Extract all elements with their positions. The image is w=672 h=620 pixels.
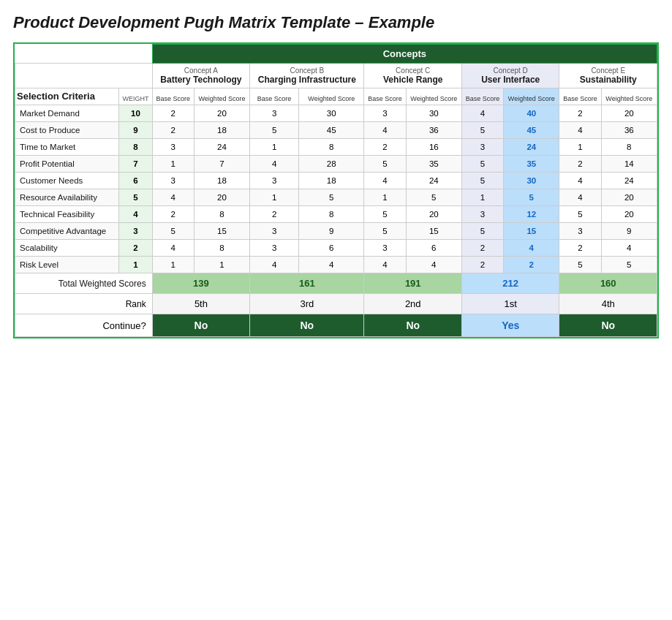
concept-0-base-6: 2 xyxy=(152,206,194,223)
concept-4-base-8: 2 xyxy=(559,240,601,257)
concept-2-base-1: 4 xyxy=(364,122,406,139)
e-base-label: Base Score xyxy=(559,88,601,105)
concept-1-base-8: 3 xyxy=(250,240,299,257)
concept-0-weighted-4: 18 xyxy=(194,173,249,189)
weight-7: 3 xyxy=(119,223,152,240)
concept-2-weighted-5: 5 xyxy=(406,189,461,206)
weight-5: 5 xyxy=(119,189,152,206)
concept-e-header: Concept E Sustainability xyxy=(559,64,657,88)
concept-0-weighted-3: 7 xyxy=(194,156,249,173)
data-row-4: Customer Needs6318318424530424 xyxy=(15,173,657,189)
criteria-6: Technical Feasibility xyxy=(15,206,119,223)
concept-3-weighted-9: 2 xyxy=(504,257,559,273)
rank-row: Rank 5th 3rd 2nd 1st 4th xyxy=(15,294,657,314)
rank-a: 5th xyxy=(152,294,249,314)
weight-2: 8 xyxy=(119,139,152,156)
concept-1-base-4: 3 xyxy=(250,173,299,189)
concept-3-base-0: 4 xyxy=(461,105,503,122)
concept-0-base-4: 3 xyxy=(152,173,194,189)
concept-b-letter: Concept B xyxy=(252,67,361,75)
concepts-header-cell: Concepts xyxy=(152,45,657,64)
concept-2-base-5: 1 xyxy=(364,189,406,206)
concept-e-letter: Concept E xyxy=(562,67,654,75)
concept-0-weighted-0: 20 xyxy=(194,105,249,122)
concept-0-base-3: 1 xyxy=(152,156,194,173)
criteria-1: Cost to Produce xyxy=(15,122,119,139)
concept-2-base-2: 2 xyxy=(364,139,406,156)
criteria-4: Customer Needs xyxy=(15,173,119,189)
concept-1-weighted-3: 28 xyxy=(299,156,364,173)
data-row-2: Time to Market83241821632418 xyxy=(15,139,657,156)
concept-4-base-9: 5 xyxy=(559,257,601,273)
concept-4-weighted-7: 9 xyxy=(601,223,657,240)
concept-4-weighted-1: 36 xyxy=(601,122,657,139)
rank-e: 4th xyxy=(559,294,657,314)
concept-4-base-2: 1 xyxy=(559,139,601,156)
concept-3-base-7: 5 xyxy=(461,223,503,240)
concept-3-base-5: 1 xyxy=(461,189,503,206)
concept-4-weighted-2: 8 xyxy=(601,139,657,156)
total-row: Total Weighted Scores 139 161 191 212 16… xyxy=(15,273,657,294)
concept-d-name: User Interface xyxy=(464,75,556,85)
data-row-0: Market Demand10220330330440220 xyxy=(15,105,657,122)
data-row-5: Resource Availability5420151515420 xyxy=(15,189,657,206)
concept-2-base-3: 5 xyxy=(364,156,406,173)
concept-1-weighted-5: 5 xyxy=(299,189,364,206)
total-a: 139 xyxy=(152,273,249,294)
concept-1-base-6: 2 xyxy=(250,206,299,223)
data-row-7: Competitive Advantage35153951551539 xyxy=(15,223,657,240)
concept-1-base-9: 4 xyxy=(250,257,299,273)
concept-3-weighted-2: 24 xyxy=(504,139,559,156)
concept-0-base-1: 2 xyxy=(152,122,194,139)
continue-a: No xyxy=(152,314,249,337)
concept-2-weighted-1: 36 xyxy=(406,122,461,139)
concept-label-row: Concept A Battery Technology Concept B C… xyxy=(15,64,657,88)
concept-1-base-5: 1 xyxy=(250,189,299,206)
concept-3-weighted-0: 40 xyxy=(504,105,559,122)
concept-3-base-8: 2 xyxy=(461,240,503,257)
concept-a-letter: Concept A xyxy=(155,67,247,75)
data-row-6: Technical Feasibility42828520312520 xyxy=(15,206,657,223)
weight-9: 1 xyxy=(119,257,152,273)
e-weighted-label: Weighted Score xyxy=(601,88,657,105)
concept-2-weighted-0: 30 xyxy=(406,105,461,122)
concept-3-weighted-7: 15 xyxy=(504,223,559,240)
concept-3-weighted-5: 5 xyxy=(504,189,559,206)
page-title: Product Development Pugh Matrix Template… xyxy=(13,13,659,32)
concept-4-weighted-3: 14 xyxy=(601,156,657,173)
continue-e: No xyxy=(559,314,657,337)
concept-c-name: Vehicle Range xyxy=(366,75,458,85)
a-weighted-label: Weighted Score xyxy=(194,88,249,105)
concept-2-weighted-3: 35 xyxy=(406,156,461,173)
concept-0-base-8: 4 xyxy=(152,240,194,257)
concept-4-weighted-9: 5 xyxy=(601,257,657,273)
concept-4-weighted-8: 4 xyxy=(601,240,657,257)
total-d: 212 xyxy=(461,273,559,294)
continue-label: Continue? xyxy=(15,314,153,337)
criteria-3: Profit Potential xyxy=(15,156,119,173)
concept-0-base-5: 4 xyxy=(152,189,194,206)
concept-4-base-7: 3 xyxy=(559,223,601,240)
concept-0-weighted-5: 20 xyxy=(194,189,249,206)
rank-d: 1st xyxy=(461,294,559,314)
concept-0-base-7: 5 xyxy=(152,223,194,240)
rank-b: 3rd xyxy=(250,294,364,314)
concept-1-weighted-9: 4 xyxy=(299,257,364,273)
concept-1-base-1: 5 xyxy=(250,122,299,139)
weight-3: 7 xyxy=(119,156,152,173)
concept-3-base-2: 3 xyxy=(461,139,503,156)
criteria-0: Market Demand xyxy=(15,105,119,122)
weight-6: 4 xyxy=(119,206,152,223)
b-base-label: Base Score xyxy=(250,88,299,105)
concept-0-weighted-2: 24 xyxy=(194,139,249,156)
concept-2-base-8: 3 xyxy=(364,240,406,257)
concept-2-weighted-2: 16 xyxy=(406,139,461,156)
rank-label: Rank xyxy=(15,294,153,314)
concept-4-base-6: 5 xyxy=(559,206,601,223)
concept-2-base-0: 3 xyxy=(364,105,406,122)
concept-0-base-2: 3 xyxy=(152,139,194,156)
concept-1-weighted-2: 8 xyxy=(299,139,364,156)
concept-a-header: Concept A Battery Technology xyxy=(152,64,249,88)
concept-0-base-9: 1 xyxy=(152,257,194,273)
criteria-9: Risk Level xyxy=(15,257,119,273)
